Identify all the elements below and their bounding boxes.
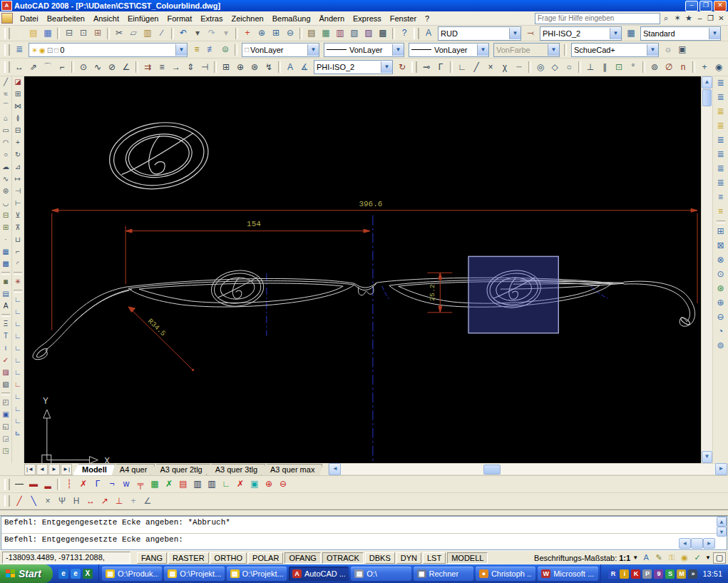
drawing-canvas[interactable]: 396.6 154 — [24, 76, 701, 463]
document-icon[interactable] — [1, 13, 13, 24]
snap-intersection-icon[interactable]: × — [483, 61, 498, 74]
chevron-down-icon[interactable]: ▼ — [709, 28, 720, 39]
excel-icon[interactable]: X — [83, 569, 93, 579]
boundary-icon[interactable]: ▧ — [0, 379, 12, 391]
copy-object-icon[interactable]: ⊞ — [12, 88, 24, 101]
scroll-up-icon[interactable]: ▲ — [717, 517, 727, 527]
cut-icon[interactable]: ✂ — [112, 26, 126, 40]
ucs-previous-icon[interactable]: ∟ — [12, 306, 24, 318]
wipeout-icon[interactable]: ▨ — [0, 367, 12, 379]
search-icon[interactable]: ⌕ — [660, 14, 672, 23]
plus-tool-icon[interactable]: + — [126, 495, 140, 508]
snap-endpoint-icon[interactable]: ∟ — [455, 61, 469, 74]
snap-nearest-icon[interactable]: ⊚ — [647, 61, 662, 74]
point-icon[interactable]: · — [0, 234, 12, 246]
menu-?[interactable]: ? — [421, 13, 434, 24]
layer-states-icon[interactable]: ⊜ — [218, 43, 232, 56]
hatch-tool-green-icon[interactable]: ▦ — [148, 477, 162, 491]
plot-icon[interactable]: ⊟ — [62, 26, 76, 40]
status-menu-arrow-icon[interactable]: ▼ — [705, 554, 711, 561]
toolbar-grip[interactable] — [4, 479, 10, 490]
make-block-icon[interactable]: ⊞ — [0, 222, 12, 234]
designcenter-icon[interactable]: ▦ — [319, 26, 333, 40]
region-icon[interactable]: ◙ — [0, 276, 12, 288]
zoom-dynamic-icon[interactable]: ⊠ — [713, 239, 728, 253]
toolbar-lock-icon[interactable]: ▣ — [675, 43, 689, 56]
chevron-down-icon[interactable]: ▼ — [610, 28, 621, 39]
snap-parallel-icon[interactable]: ∥ — [598, 61, 612, 74]
tray-icon-5[interactable]: 9 — [654, 569, 663, 579]
dim-update-icon[interactable]: ↻ — [395, 61, 409, 74]
join-icon[interactable]: ⊔ — [12, 234, 24, 246]
toolbar-grip[interactable] — [4, 28, 10, 39]
fillet-icon[interactable]: ◜ — [12, 258, 24, 270]
properties-icon[interactable]: ▤ — [304, 26, 319, 40]
tray-icon-8[interactable]: » — [688, 569, 697, 579]
layout-tab-a4-quer[interactable]: A4 quer — [111, 464, 155, 475]
workspace-settings-icon[interactable]: ☼ — [661, 43, 675, 56]
snap-node-icon[interactable]: ° — [626, 61, 640, 74]
ellipse-arc-icon[interactable]: ◡ — [0, 198, 12, 210]
layer-thaw-icon[interactable]: ≣ — [713, 148, 728, 162]
taskbar-button[interactable]: ▤O:\Projekt... — [164, 567, 224, 581]
ucs-world-icon[interactable]: ∟ — [12, 294, 24, 306]
menu-datei[interactable]: Datei — [16, 13, 43, 24]
selection-window[interactable] — [468, 256, 558, 333]
trusted-autocad-icon[interactable]: ✓ — [692, 553, 703, 562]
command-input-line[interactable]: Befehl: Entgegengesetzte Ecke angeben: — [1, 534, 727, 549]
polygon-icon[interactable]: ⌂ — [0, 113, 12, 125]
scrollbar-thumb[interactable] — [483, 465, 501, 475]
chevron-down-icon[interactable]: ▼ — [381, 61, 392, 73]
zoom-center-icon[interactable]: ⊙ — [713, 268, 728, 282]
circle-icon[interactable]: ○ — [0, 149, 12, 161]
mirror-icon[interactable]: ⋈ — [12, 101, 24, 113]
doc-minimize-button[interactable]: – — [694, 14, 705, 23]
text-style-icon[interactable]: A — [421, 26, 436, 40]
auto-annotate-icon[interactable]: ✎ — [653, 553, 665, 562]
h-arrow-tool-icon[interactable]: ↔ — [83, 495, 98, 508]
tray-icon-7[interactable]: M — [677, 569, 686, 579]
tray-icon-6[interactable]: S — [665, 569, 675, 579]
gradient-icon[interactable]: ▩ — [0, 258, 12, 270]
capsule-tool-icon[interactable]: ⊖ — [276, 477, 290, 491]
layer-freeze-icon[interactable]: ≣ — [713, 105, 728, 119]
start-button[interactable]: Start — [0, 564, 53, 583]
zoom-out-icon[interactable]: ⊖ — [713, 310, 728, 325]
ellipse-icon[interactable]: ⊜ — [0, 186, 12, 198]
menu-format[interactable]: Format — [163, 13, 196, 24]
bars-tool-red-icon[interactable]: ▤ — [176, 477, 190, 491]
scale-icon[interactable]: ⊿ — [12, 161, 24, 173]
command-window-splitter[interactable] — [0, 510, 728, 516]
annotation-scale-dropdown-icon[interactable]: ▼ — [632, 554, 638, 561]
comm-center-icon[interactable]: ✶ — [672, 14, 683, 23]
dim-break-icon[interactable]: ⊣ — [198, 61, 212, 74]
table-icon[interactable]: ▤ — [0, 288, 12, 300]
dim-radius-icon[interactable]: ⊙ — [76, 61, 91, 74]
linetype-combo[interactable]: VonLayer▼ — [324, 43, 404, 57]
snap-perpendicular-icon[interactable]: ⊥ — [583, 61, 598, 74]
command-line-window[interactable]: Befehl: Entgegengesetzte Ecke angeben: *… — [1, 516, 727, 550]
toolbar-grip[interactable] — [414, 28, 419, 39]
w-snap-tool-icon[interactable]: w — [119, 477, 133, 491]
menu-fenster[interactable]: Fenster — [386, 13, 421, 24]
zoom-previous-2-icon[interactable]: ◔ — [713, 325, 728, 339]
m-tool-1-icon[interactable]: ▥ — [190, 477, 205, 491]
ucs-y-icon[interactable]: ∟ — [12, 391, 24, 403]
revcloud-icon[interactable]: ☁ — [0, 161, 12, 173]
scrollbar-thumb[interactable] — [691, 538, 703, 549]
rectangle-icon[interactable]: ▭ — [0, 125, 12, 137]
layer-delete-icon[interactable]: ≡ — [713, 205, 728, 219]
break-at-point-icon[interactable]: ⊻ — [12, 210, 24, 222]
layer-unisolate-icon[interactable]: ≣ — [713, 91, 728, 105]
target-tool-icon[interactable]: ⊕ — [262, 477, 276, 491]
toggle-lst[interactable]: LST — [423, 552, 446, 564]
lock-padlock-icon[interactable]: ◉ — [679, 553, 690, 562]
taskbar-clock[interactable]: 13:51 — [702, 569, 722, 578]
chevron-down-icon[interactable]: ▼ — [307, 44, 319, 56]
scroll-up-icon[interactable]: ▲ — [702, 76, 712, 88]
paste-orig-icon[interactable]: ◱ — [0, 421, 12, 433]
layer-lock-icon[interactable]: ≣ — [713, 162, 728, 176]
layer-off-icon[interactable]: ≣ — [713, 119, 728, 133]
scroll-left-icon[interactable]: ◄ — [329, 463, 341, 475]
ie-icon-2[interactable]: e — [71, 569, 81, 579]
